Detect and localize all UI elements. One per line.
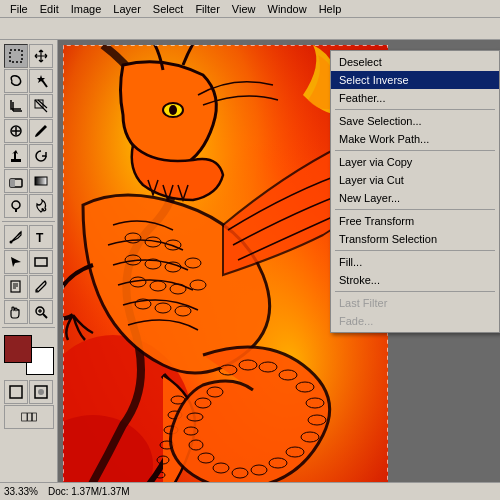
path-selection-icon [8, 254, 24, 270]
toolbar-sep-1 [2, 221, 55, 222]
path-selection-button[interactable] [4, 250, 28, 274]
hand-tool-button[interactable] [4, 300, 28, 324]
menu-item-save-selection[interactable]: Save Selection... [331, 112, 499, 130]
tool-row-3 [4, 94, 53, 118]
dodge-icon [8, 198, 24, 214]
clone-stamp-button[interactable] [4, 144, 28, 168]
svg-rect-8 [10, 179, 15, 187]
move-icon [33, 48, 49, 64]
marquee-tool-button[interactable] [4, 44, 28, 68]
pen-tool-button[interactable] [4, 225, 28, 249]
hand-icon [8, 304, 24, 320]
clone-stamp-icon [8, 148, 24, 164]
menu-sep-2 [335, 150, 495, 151]
menu-item-free-transform[interactable]: Free Transform [331, 212, 499, 230]
svg-rect-6 [11, 159, 21, 162]
marquee-icon [8, 48, 24, 64]
menu-help[interactable]: Help [313, 3, 348, 15]
tool-row-path [4, 250, 53, 274]
magic-wand-icon [33, 73, 49, 89]
burn-tool-button[interactable] [29, 194, 53, 218]
tool-row-pen: T [4, 225, 53, 249]
color-swatch-area [4, 335, 54, 375]
slice-tool-button[interactable] [29, 94, 53, 118]
menu-edit[interactable]: Edit [34, 3, 65, 15]
menu-filter[interactable]: Filter [189, 3, 225, 15]
menu-item-deselect[interactable]: Deselect [331, 53, 499, 71]
lasso-tool-button[interactable] [4, 69, 28, 93]
menu-item-fade: Fade... [331, 312, 499, 330]
svg-rect-28 [27, 413, 31, 421]
menu-view[interactable]: View [226, 3, 262, 15]
move-tool-button[interactable] [29, 44, 53, 68]
text-tool-button[interactable]: T [29, 225, 53, 249]
menu-item-layer-via-cut[interactable]: Layer via Cut [331, 171, 499, 189]
zoom-tool-button[interactable] [29, 300, 53, 324]
history-brush-button[interactable] [29, 144, 53, 168]
tool-row-mask [4, 380, 53, 404]
svg-point-26 [38, 389, 44, 395]
menu-item-transform-selection[interactable]: Transform Selection [331, 230, 499, 248]
notes-tool-button[interactable] [4, 275, 28, 299]
healing-brush-button[interactable] [4, 119, 28, 143]
text-icon: T [33, 229, 49, 245]
menu-sep-3 [335, 209, 495, 210]
menu-image[interactable]: Image [65, 3, 108, 15]
menu-item-layer-via-copy[interactable]: Layer via Copy [331, 153, 499, 171]
svg-text:T: T [36, 231, 44, 245]
burn-icon [33, 198, 49, 214]
document-size: Doc: 1.37M/1.37M [48, 486, 130, 497]
tool-row-4 [4, 119, 53, 143]
svg-point-36 [169, 105, 177, 115]
canvas-area: Deselect Select Inverse Feather... Save … [58, 40, 500, 482]
tool-row-2 [4, 69, 53, 93]
notes-icon [8, 279, 24, 295]
svg-rect-27 [21, 413, 26, 421]
slice-icon [33, 98, 49, 114]
menu-window[interactable]: Window [262, 3, 313, 15]
menu-select[interactable]: Select [147, 3, 190, 15]
healing-brush-icon [8, 123, 24, 139]
shape-tool-button[interactable] [29, 250, 53, 274]
gradient-tool-button[interactable] [29, 169, 53, 193]
svg-rect-14 [35, 258, 47, 266]
options-bar [0, 18, 500, 40]
eraser-button[interactable] [4, 169, 28, 193]
menu-layer[interactable]: Layer [107, 3, 147, 15]
menu-item-new-layer[interactable]: New Layer... [331, 189, 499, 207]
menu-item-make-work-path[interactable]: Make Work Path... [331, 130, 499, 148]
brush-tool-button[interactable] [29, 119, 53, 143]
svg-point-12 [10, 241, 13, 244]
eyedropper-button[interactable] [29, 275, 53, 299]
standard-mode-button[interactable] [4, 380, 28, 404]
menu-item-stroke[interactable]: Stroke... [331, 271, 499, 289]
menu-item-feather[interactable]: Feather... [331, 89, 499, 107]
crop-tool-button[interactable] [4, 94, 28, 118]
svg-rect-24 [10, 386, 22, 398]
dodge-tool-button[interactable] [4, 194, 28, 218]
svg-point-19 [36, 290, 38, 292]
menu-sep-4 [335, 250, 495, 251]
menu-item-fill[interactable]: Fill... [331, 253, 499, 271]
lasso-icon [8, 73, 24, 89]
screen-mode-button[interactable] [4, 405, 54, 429]
gradient-icon [33, 173, 49, 189]
menu-file[interactable]: File [4, 3, 34, 15]
menu-item-select-inverse[interactable]: Select Inverse [331, 71, 499, 89]
quick-mask-button[interactable] [29, 380, 53, 404]
foreground-color-swatch[interactable] [4, 335, 32, 363]
status-bar: 33.33% Doc: 1.37M/1.37M [0, 482, 500, 500]
tool-row-hand [4, 300, 53, 324]
menu-bar: File Edit Image Layer Select Filter View… [0, 0, 500, 18]
svg-point-10 [12, 201, 20, 209]
tool-row-5 [4, 144, 53, 168]
menu-sep-5 [335, 291, 495, 292]
menu-sep-1 [335, 109, 495, 110]
standard-mode-icon [8, 384, 24, 400]
tool-row-notes [4, 275, 53, 299]
toolbar-sep-2 [2, 327, 55, 328]
zoom-icon [33, 304, 49, 320]
svg-line-21 [43, 314, 47, 318]
magic-wand-button[interactable] [29, 69, 53, 93]
svg-rect-29 [32, 413, 36, 421]
